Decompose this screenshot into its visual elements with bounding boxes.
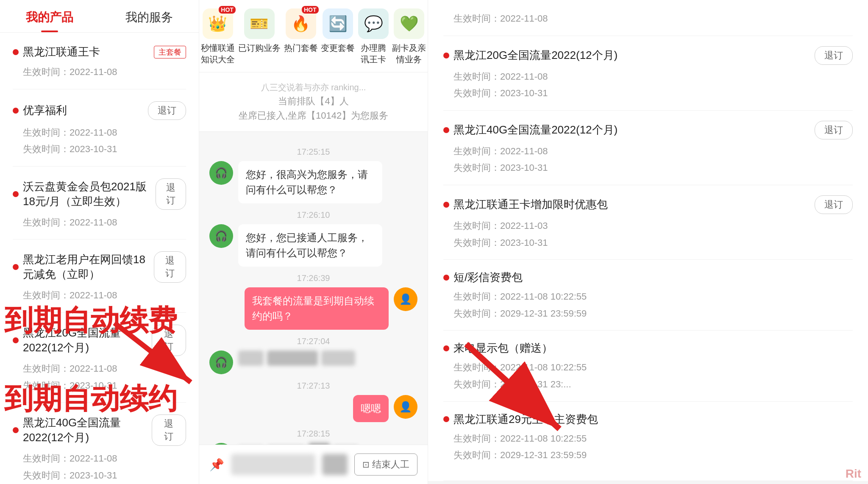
product-effective: 生效时间：2022-11-08 [23, 287, 186, 304]
right-product-title: 黑龙江40G全国流量2022(12个月) [443, 122, 618, 137]
user-chat-bubble: 我套餐的流量是到期自动续约的吗？ [245, 287, 389, 330]
msg-time: 17:25:15 [209, 147, 417, 157]
unsubscribe-button[interactable]: 退订 [152, 325, 186, 356]
hotpackage-icon: 🔥 HOT [286, 8, 316, 39]
tab-my-products[interactable]: 我的产品 [0, 0, 100, 32]
message-row: 👤 我套餐的流量是到期自动续约的吗？ [209, 287, 417, 330]
pin-icon: 📌 [209, 458, 224, 472]
end-chat-button[interactable]: ⊡ 结束人工 [354, 453, 417, 476]
quick-action-family[interactable]: 💚 副卡及亲情业务 [392, 8, 426, 65]
product-title-row: 黑龙江老用户在网回馈18元减免（立即） 退订 [13, 251, 186, 283]
unsubscribe-button[interactable]: 退订 [815, 121, 853, 139]
status-dot [13, 191, 19, 197]
family-icon: 💚 [394, 8, 424, 39]
product-title: 沃云盘黄金会员包2021版18元/月（立即生效） [13, 179, 156, 209]
status-dot [443, 345, 449, 351]
product-effective: 生效时间：2022-11-08 [23, 64, 186, 81]
right-product-item: 短/彩信资费包 生效时间：2022-11-08 10:22:55 失效时间：20… [443, 260, 853, 331]
status-dot [13, 108, 19, 114]
chat-status-bar: 八三交说着与亦亦 ranking... 当前排队【4】人 坐席已接入,坐席【10… [199, 72, 428, 132]
product-expired: 失效时间：2023-10-31 [23, 467, 186, 484]
right-product-effective: 生效时间：2022-11-08 10:22:55 [453, 288, 853, 305]
product-title-row: 黑龙江40G全国流量2022(12个月) 退订 [13, 414, 186, 446]
quick-action-tencent[interactable]: 💬 办理腾讯王卡 [358, 8, 389, 65]
zhidong-icon: 👑 HOT [203, 8, 233, 39]
status-dot [443, 127, 449, 133]
product-title: 黑龙江40G全国流量2022(12个月) [13, 415, 152, 445]
right-title-row: 来电显示包（赠送） [443, 341, 853, 356]
seat-notice: 坐席已接入,坐席【10142】为您服务 [212, 109, 415, 122]
right-panel: 生效时间：2022-11-08 黑龙江20G全国流量2022(12个月) 退订 … [428, 0, 868, 481]
message-row: 🎧 您好，很高兴为您服务，请问有什么可以帮您？ [209, 161, 417, 203]
chat-send-blurred[interactable] [322, 454, 348, 475]
chat-input-area: 📌 ⊡ 结束人工 [199, 445, 428, 484]
hot-badge: HOT [219, 6, 236, 14]
product-effective: 生效时间：2022-11-08 [23, 450, 186, 467]
right-product-effective: 生效时间：2022-11-08 [453, 143, 853, 160]
chat-bubble: 您好，很高兴为您服务，请问有什么可以帮您？ [238, 161, 382, 203]
quick-action-change-package[interactable]: 🔄 变更套餐 [321, 8, 355, 65]
product-expired: 失效时间：2023-10-31 [23, 377, 186, 394]
msg-time: 17:27:13 [209, 381, 417, 391]
msg-time: 17:28:15 [209, 429, 417, 439]
unsubscribe-button[interactable]: 退订 [815, 195, 853, 214]
message-row: 🎧 [209, 350, 417, 374]
right-panel-wrapper: 生效时间：2022-11-08 黑龙江20G全国流量2022(12个月) 退订 … [428, 0, 868, 484]
right-product-item-main: 黑龙江联通29元王卡主资费包 生效时间：2022-11-08 10:22:55 … [443, 402, 853, 481]
left-panel: 我的产品 我的服务 黑龙江联通王卡 主套餐 生效时间：2022-11-08 [0, 0, 199, 484]
right-title-row: 黑龙江20G全国流量2022(12个月) 退订 [443, 46, 853, 65]
status-dot [13, 49, 19, 55]
right-product-effective: 生效时间：2022-11-08 10:22:55 [453, 430, 853, 447]
tab-my-services[interactable]: 我的服务 [100, 0, 199, 32]
right-product-expired: 失效时间：2029-12-31 23:59:59 [453, 447, 853, 464]
status-dot [13, 264, 19, 270]
right-product-effective: 生效时间：2022-11-03 [453, 217, 853, 234]
right-product-effective: 生效时间：2022-11-08 [453, 10, 853, 27]
quick-action-label: 办理腾讯王卡 [361, 42, 386, 65]
quick-actions: 👑 HOT 秒懂联通知识大全 🎫 已订购业务 🔥 HOT 热门套餐 🔄 变更套餐 [199, 0, 428, 72]
tencent-icon: 💬 [358, 8, 389, 39]
middle-panel: 👑 HOT 秒懂联通知识大全 🎫 已订购业务 🔥 HOT 热门套餐 🔄 变更套餐 [199, 0, 428, 484]
product-title-row: 优享福利 退订 [13, 101, 186, 120]
quick-action-hotpackage[interactable]: 🔥 HOT 热门套餐 [284, 8, 318, 65]
avatar: 🎧 [209, 161, 233, 185]
quick-action-zhidong[interactable]: 👑 HOT 秒懂联通知识大全 [201, 8, 235, 65]
avatar: 🎧 [209, 224, 233, 248]
status-dot [443, 416, 449, 422]
quick-action-label: 副卡及亲情业务 [392, 42, 426, 65]
right-product-title: 黑龙江联通王卡增加限时优惠包 [443, 197, 608, 212]
product-item: 黑龙江40G全国流量2022(12个月) 退订 生效时间：2022-11-08 … [13, 403, 186, 484]
left-panel-container: 我的产品 我的服务 黑龙江联通王卡 主套餐 生效时间：2022-11-08 [0, 0, 199, 484]
user-avatar: 👤 [394, 395, 417, 419]
product-effective: 生效时间：2022-11-08 [23, 214, 186, 231]
unsubscribe-button[interactable]: 退订 [152, 414, 186, 446]
unsubscribe-button[interactable]: 退订 [148, 101, 186, 120]
right-title-row: 黑龙江联通29元王卡主资费包 [443, 412, 853, 427]
right-product-title: 黑龙江联通29元王卡主资费包 [443, 412, 598, 427]
chat-bubble: 您好，您已接通人工服务，请问有什么可以帮您？ [238, 224, 382, 267]
right-title-row: 黑龙江40G全国流量2022(12个月) 退订 [443, 121, 853, 139]
product-item: 优享福利 退订 生效时间：2022-11-08 失效时间：2023-10-31 [13, 89, 186, 167]
right-product-effective: 生效时间：2022-11-08 10:22:55 [453, 359, 853, 376]
product-title: 黑龙江老用户在网回馈18元减免（立即） [13, 252, 154, 282]
right-product-expired: 失效时间：2023-10-31 [453, 85, 853, 102]
product-title-row: 沃云盘黄金会员包2021版18元/月（立即生效） 退订 [13, 178, 186, 210]
right-product-expired: 失效时间：2023-10-31 [453, 159, 853, 176]
status-dot [443, 53, 449, 58]
product-effective: 生效时间：2022-11-08 [23, 360, 186, 377]
quick-action-label: 热门套餐 [284, 42, 318, 54]
tab-header: 我的产品 我的服务 [0, 0, 199, 33]
unsubscribe-button[interactable]: 退订 [815, 46, 853, 65]
chat-input-blurred[interactable] [231, 454, 315, 475]
right-title-row: 黑龙江联通王卡增加限时优惠包 退订 [443, 195, 853, 214]
product-title-row: 黑龙江联通王卡 主套餐 [13, 45, 186, 59]
user-chat-bubble: 嗯嗯 [353, 395, 389, 422]
queue-notice: 八三交说着与亦亦 ranking... [212, 82, 415, 93]
unsubscribe-button[interactable]: 退订 [154, 251, 186, 283]
right-product-expired: 失效时间：2029-12-31 23:... [453, 376, 853, 393]
unsubscribe-button[interactable]: 退订 [156, 178, 186, 210]
msg-time: 17:26:10 [209, 210, 417, 220]
quick-action-yidinggou[interactable]: 🎫 已订购业务 [238, 8, 281, 65]
message-row: 🎧 您好，您已接通人工服务，请问有什么可以帮您？ [209, 224, 417, 267]
user-avatar: 👤 [394, 287, 417, 311]
